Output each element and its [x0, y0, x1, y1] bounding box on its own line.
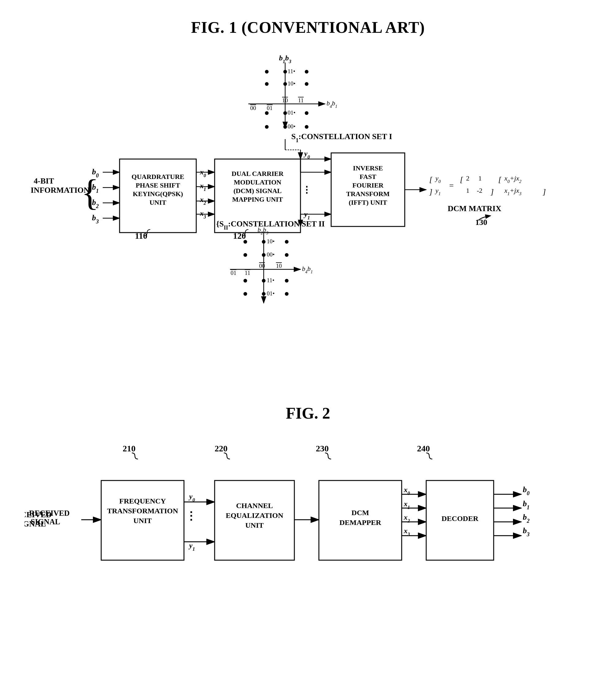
c2-dot	[244, 253, 247, 257]
channel-text3: UNIT	[245, 521, 264, 529]
m21: 1	[466, 187, 469, 194]
const-dot	[265, 82, 269, 86]
page: FIG. 1 (CONVENTIONAL ART) b1b3 b4b1 00 0…	[0, 0, 616, 676]
const-dot	[283, 125, 287, 129]
x1jx3: x1+jx3	[504, 187, 522, 196]
c2-dot	[262, 253, 265, 257]
unit220-number: 220	[215, 444, 227, 453]
channel-text1: CHANNEL	[236, 502, 273, 510]
c2-label-00: 00•	[267, 251, 275, 258]
h-axis-00: 00	[250, 105, 256, 111]
y0-top-label: y0	[303, 150, 310, 160]
ifft-text3: FOURIER	[352, 181, 384, 189]
m22: -2	[477, 187, 482, 194]
dcm-signal-text2: MODULATION	[234, 178, 281, 186]
information-label: INFORMATION	[31, 186, 90, 194]
b-axis-11: 11	[245, 270, 250, 276]
demapper-text1: DCM	[351, 509, 369, 517]
4bit-label: 4-BIT	[34, 176, 54, 185]
h-axis-01: 01	[267, 105, 272, 111]
h-axis-10: 10	[282, 97, 288, 104]
const-label-01: 01•	[288, 109, 296, 116]
b-axis-01: 01	[230, 270, 237, 276]
freq-text1: FREQUENCY	[119, 497, 166, 505]
matrix-bracket-left2: [	[460, 175, 464, 184]
unit240-number: 240	[417, 444, 430, 453]
fig2-y1-label: y1	[188, 542, 195, 552]
const-dot	[305, 70, 308, 73]
c2-dot	[262, 240, 265, 244]
ifft-text2: FAST	[360, 173, 376, 180]
c2-label-01: 01•	[267, 290, 275, 297]
const-dot	[283, 70, 287, 73]
qpsk-number: 110	[135, 231, 147, 240]
y1-label: y1	[303, 210, 310, 220]
fig1-title: FIG. 1 (CONVENTIONAL ART)	[24, 18, 592, 37]
out-b3: b3	[523, 526, 529, 538]
dcm-signal-text1: DUAL CARRIER	[232, 170, 284, 177]
received-text2: SIGNAL	[31, 518, 60, 526]
const-dot	[305, 82, 308, 86]
matrix-bracket-left3: [	[498, 175, 502, 184]
const-dot	[265, 125, 269, 129]
channel-eq-block	[215, 481, 294, 560]
const-dot	[265, 111, 269, 115]
x2-label: x2	[200, 195, 206, 206]
out-b0: b0	[523, 485, 529, 496]
c2-dot	[244, 240, 247, 244]
c2-dot	[262, 279, 265, 283]
ifft-text5: (IFFT) UNIT	[349, 199, 387, 206]
c2-label-11: 11•	[267, 277, 274, 283]
m11: 2	[466, 174, 469, 182]
c2-dot	[285, 253, 289, 257]
vertical-dots: ⋮	[302, 184, 311, 194]
b4b1-label-top: b4b1	[326, 100, 337, 109]
ifft-text4: TRANSFORM	[346, 190, 390, 198]
b-axis-10: 10	[276, 263, 282, 269]
const-dot	[265, 70, 269, 73]
c2-dot	[262, 292, 265, 296]
h-axis-11: 11	[298, 97, 304, 104]
fig2-title: FIG. 2	[24, 404, 592, 422]
received-text1: RECEIVED	[29, 509, 69, 517]
out-b1: b1	[523, 499, 529, 511]
dcm-signal-number: 120	[233, 231, 246, 240]
demapper-text2: DEMAPPER	[340, 518, 381, 526]
freq-text3: UNIT	[134, 517, 152, 525]
qpsk-text2: PHASE SHIFT	[136, 181, 180, 189]
qpsk-text3: KEYING(QPSK)	[133, 190, 183, 198]
unit230-number: 230	[316, 444, 329, 453]
qpsk-text4: UNIT	[149, 199, 166, 206]
fig2-svg: 210 220 230 240 RECEIVED SIGNAL RECEIVED…	[24, 438, 607, 609]
x0jx2: x0+jx2	[504, 174, 522, 184]
const-set1-label: S1:CONSTELLATION SET I	[291, 132, 392, 144]
c2-dot	[285, 279, 289, 283]
out-b2: b2	[523, 513, 529, 524]
matrix-bracket-right1: ]	[429, 187, 432, 196]
unit210-number: 210	[123, 444, 136, 453]
b4b1-label-bottom: b4b1	[302, 265, 313, 274]
const-dot	[305, 111, 308, 115]
b-axis-00: 00	[259, 263, 265, 269]
freq-dots: ⋮	[186, 510, 197, 522]
m12: 1	[478, 174, 482, 182]
dcm-signal-text3: (DCM) SIGNAL	[233, 187, 281, 194]
dcm-matrix-label: DCM MATRIX	[448, 204, 501, 213]
x0-label: x0	[200, 168, 206, 178]
const-label-11: 11•	[288, 68, 295, 74]
ifft-text1: INVERSE	[353, 164, 383, 172]
equals-sign: =	[449, 181, 454, 190]
const-dot	[283, 82, 287, 86]
qpsk-text1: QUARDRATURE	[132, 173, 184, 180]
matrix-bracket-left1: [	[429, 175, 433, 184]
dcm-signal-text4: MAPPING UNIT	[232, 195, 283, 203]
y1-matrix: y1	[435, 187, 441, 196]
c2-dot	[285, 240, 289, 244]
b1b3-label-top: b1b3	[279, 54, 291, 64]
channel-text2: EQUALIZATION	[226, 511, 283, 519]
fig2-container: 210 220 230 240 RECEIVED SIGNAL RECEIVED…	[24, 438, 592, 621]
matrix-bracket-right2: ]	[490, 187, 494, 196]
ifft-block	[331, 153, 405, 226]
const-dot	[283, 111, 287, 115]
fig1-svg: b1b3 b4b1 00 01 10 11 11• 10•	[24, 49, 607, 386]
